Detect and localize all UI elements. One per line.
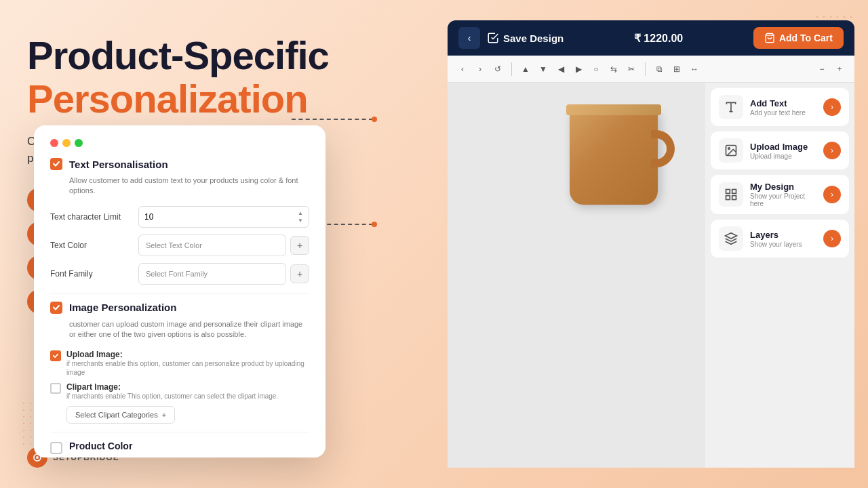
text-personalization-header: Text Personalisation	[50, 158, 309, 170]
toolbar-copy-icon[interactable]: ⧉	[652, 62, 666, 76]
svg-rect-8	[726, 196, 730, 200]
text-color-label: Text Color	[50, 241, 138, 250]
clipart-image-checkbox[interactable]	[50, 383, 61, 394]
select-clipart-button[interactable]: Select Clipart Categories +	[66, 406, 175, 424]
my-design-card[interactable]: My Design Show your Project here ›	[711, 175, 849, 214]
maximize-dot[interactable]	[75, 139, 83, 147]
my-design-title: My Design	[750, 182, 816, 192]
top-bar-left: ‹ Save Design	[458, 27, 564, 49]
mug-rim	[566, 104, 661, 115]
hero-title-black: Product-Specific	[27, 34, 332, 77]
add-to-cart-button[interactable]: Add To Cart	[753, 27, 844, 49]
upload-image-option: Upload Image: if merchants enable this o…	[50, 350, 309, 377]
product-color-title: Product Color	[69, 441, 132, 451]
window-controls	[50, 139, 309, 147]
layers-icon	[719, 226, 743, 251]
add-text-arrow[interactable]: ›	[823, 98, 841, 116]
top-bar: ‹ Save Design ₹ 1220.00 Add To Cart	[448, 20, 854, 56]
app-window: ‹ Save Design ₹ 1220.00 Add To Cart ‹ › …	[393, 20, 854, 468]
toolbar-crop-icon[interactable]: ✂	[625, 62, 638, 76]
upload-image-subtitle: Upload image	[750, 152, 816, 160]
upload-image-option-desc: if merchants enable this option, custome…	[66, 359, 309, 377]
char-limit-input[interactable]: 10 ▲ ▼	[138, 206, 309, 228]
char-limit-label: Text character Limit	[50, 212, 138, 222]
save-design-button[interactable]: Save Design	[487, 32, 564, 44]
svg-point-4	[728, 148, 730, 150]
upload-image-info: Upload Image Upload image	[750, 142, 816, 160]
char-limit-value: 10	[144, 212, 153, 222]
layers-subtitle: Show your layers	[750, 241, 816, 248]
font-family-select-group: Select Font Family +	[138, 263, 309, 285]
save-design-label: Save Design	[503, 33, 564, 44]
upload-image-checkbox[interactable]	[50, 350, 61, 361]
text-personalization-desc: Allow customer to add custom text to you…	[69, 176, 309, 197]
product-color-desc: if marchant enable this option, customer…	[68, 457, 309, 458]
editor-toolbar: ‹ › ↺ ▲ ▼ ◀ ▶ ○ ⇆ ✂ ⧉ ⊞ ↔ − +	[448, 56, 854, 83]
image-personalization-desc: customer can upload custom image and per…	[69, 319, 309, 340]
select-clipart-plus: +	[162, 411, 166, 419]
toolbar-forward-icon[interactable]: ›	[473, 62, 487, 76]
spinner-arrows[interactable]: ▲ ▼	[298, 210, 303, 224]
section-divider-1	[50, 293, 309, 293]
close-dot[interactable]	[50, 139, 58, 147]
clipart-image-option-label: Clipart Image:	[66, 382, 278, 392]
product-color-section: Product Color if marchant enable this op…	[50, 441, 309, 458]
layers-title: Layers	[750, 230, 816, 240]
cart-icon	[764, 33, 775, 43]
upload-image-card[interactable]: Upload Image Upload image ›	[711, 131, 849, 169]
font-family-row: Font Family Select Font Family +	[50, 263, 309, 285]
layers-arrow[interactable]: ›	[823, 230, 841, 247]
char-limit-row: Text character Limit 10 ▲ ▼	[50, 206, 309, 228]
price-display: ₹ 1220.00	[634, 32, 683, 45]
toolbar-circle-icon[interactable]: ○	[589, 62, 603, 76]
image-personalization-header: Image Personalization	[50, 302, 309, 314]
add-text-subtitle: Add your text here	[750, 109, 816, 117]
toolbar-expand-icon[interactable]: ↔	[688, 62, 701, 76]
toolbar-flip-icon[interactable]: ⇆	[607, 62, 620, 76]
section-divider-2	[50, 432, 309, 432]
toolbar-down-icon[interactable]: ▼	[536, 62, 550, 76]
product-preview	[556, 96, 692, 218]
upload-image-arrow[interactable]: ›	[823, 142, 841, 159]
mug-body	[570, 110, 658, 205]
add-to-cart-label: Add To Cart	[779, 33, 833, 43]
image-personalization-title: Image Personalization	[69, 302, 176, 313]
text-personalization-checkbox[interactable]	[50, 158, 62, 170]
image-personalization-checkbox[interactable]	[50, 302, 62, 314]
toolbar-separator-2	[645, 62, 646, 76]
text-color-row: Text Color Select Text Color +	[50, 235, 309, 256]
svg-rect-6	[732, 190, 736, 194]
toolbar-separator-1	[511, 62, 512, 76]
product-color-checkbox[interactable]	[50, 442, 62, 454]
save-icon	[487, 32, 499, 44]
svg-rect-5	[726, 190, 730, 194]
back-button[interactable]: ‹	[458, 27, 480, 49]
my-design-arrow[interactable]: ›	[823, 186, 841, 203]
svg-point-1	[36, 456, 39, 459]
clipart-image-option-desc: if marchants enable This option, custome…	[66, 392, 278, 401]
toolbar-grid-icon[interactable]: ⊞	[670, 62, 684, 76]
toolbar-rotate-icon[interactable]: ↺	[491, 62, 505, 76]
add-text-title: Add Text	[750, 98, 816, 108]
add-text-card[interactable]: Add Text Add your text here ›	[711, 88, 849, 126]
my-design-icon	[719, 182, 743, 207]
text-color-select[interactable]: Select Text Color	[138, 235, 286, 256]
text-personalization-title: Text Personalisation	[69, 159, 168, 170]
font-family-add-button[interactable]: +	[290, 264, 309, 283]
toolbar-right-icon[interactable]: ▶	[572, 62, 585, 76]
layers-info: Layers Show your layers	[750, 230, 816, 248]
toolbar-back-icon[interactable]: ‹	[456, 62, 469, 76]
toolbar-left-icon[interactable]: ◀	[554, 62, 568, 76]
upload-image-icon	[719, 138, 743, 163]
font-family-select[interactable]: Select Font Family	[138, 263, 286, 285]
toolbar-zoom-out-icon[interactable]: −	[815, 62, 829, 76]
toolbar-up-icon[interactable]: ▲	[519, 62, 532, 76]
minimize-dot[interactable]	[62, 139, 71, 147]
mug-handle	[651, 130, 675, 167]
connection-dot-1	[372, 117, 377, 122]
connection-line-1	[292, 119, 373, 120]
text-color-add-button[interactable]: +	[290, 236, 309, 255]
add-text-info: Add Text Add your text here	[750, 98, 816, 117]
layers-card[interactable]: Layers Show your layers ›	[711, 220, 849, 258]
toolbar-zoom-in-icon[interactable]: +	[833, 62, 846, 76]
